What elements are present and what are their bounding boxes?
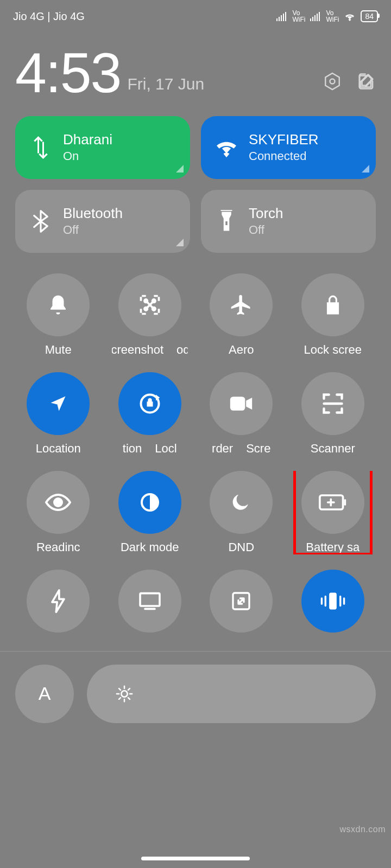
mute-toggle[interactable]: Mute (15, 273, 102, 357)
vibrate-icon (320, 591, 346, 611)
svg-point-8 (54, 499, 62, 506)
airplane-toggle[interactable]: Aero (198, 273, 285, 357)
torch-name: Torch (249, 205, 283, 222)
svg-point-0 (330, 79, 335, 84)
data-arrows-icon (28, 136, 53, 159)
wifi-status: Connected (249, 149, 319, 163)
quick-toggles-row-bottom (0, 560, 391, 652)
float-window-toggle[interactable] (198, 570, 285, 633)
dnd-toggle[interactable]: DND (198, 471, 285, 554)
torch-icon (214, 210, 239, 233)
dark-mode-icon (139, 492, 161, 513)
svg-point-2 (144, 299, 148, 303)
bluetooth-tile[interactable]: Bluetooth Off (15, 190, 190, 253)
float-window-icon (230, 590, 252, 612)
screen-recorder-toggle[interactable]: rderScre (198, 372, 285, 456)
watermark: wsxdn.com (339, 825, 386, 834)
svg-rect-7 (230, 397, 245, 411)
rotation-lock-toggle[interactable]: tionLocl (107, 372, 193, 456)
location-toggle[interactable]: Location (15, 372, 102, 456)
quick-tiles: Dharani On SKYFIBER Connected Bluetooth … (0, 110, 391, 263)
brightness-row: A (0, 652, 391, 736)
screenshot-toggle[interactable]: Screenshotode (107, 273, 193, 357)
bluetooth-icon (28, 210, 53, 233)
cast-toggle[interactable] (107, 570, 193, 633)
vibrate-toggle[interactable] (290, 570, 376, 633)
moon-icon (231, 492, 251, 513)
svg-point-15 (121, 691, 127, 697)
dark-mode-toggle[interactable]: Dark mode (107, 471, 193, 554)
bluetooth-status: Off (63, 223, 123, 237)
wifi-tile[interactable]: SKYFIBER Connected (201, 116, 376, 179)
mobile-data-name: Dharani (63, 131, 112, 148)
brightness-icon (115, 685, 134, 703)
signal2-icon (310, 11, 321, 21)
wifi-name: SKYFIBER (249, 131, 319, 148)
lock-icon (323, 293, 343, 316)
flash-toggle[interactable] (15, 570, 102, 633)
airplane-icon (229, 293, 253, 317)
clock-row: 4:53 Fri, 17 Jun (0, 26, 391, 110)
battery-saver-icon (319, 494, 347, 511)
svg-point-3 (152, 299, 155, 303)
reading-mode-toggle[interactable]: Readinc (15, 471, 102, 554)
status-bar: Jio 4G | Jio 4G VoWiFi VoWiFi 84 (0, 0, 391, 26)
edit-icon[interactable] (356, 72, 376, 93)
battery-indicator: 84 (361, 10, 378, 22)
bell-icon (47, 293, 70, 316)
wifi-icon (214, 138, 239, 157)
vowifi1-icon: VoWiFi (292, 10, 305, 23)
flash-icon (50, 589, 66, 613)
svg-rect-14 (329, 592, 337, 609)
svg-rect-1 (225, 221, 228, 225)
location-icon (48, 394, 68, 413)
rotation-lock-icon (138, 392, 162, 416)
svg-rect-11 (344, 499, 346, 505)
mobile-data-tile[interactable]: Dharani On (15, 116, 190, 179)
lockscreen-toggle[interactable]: Lock scree (290, 273, 376, 357)
carrier-text: Jio 4G | Jio 4G (13, 10, 85, 23)
auto-brightness-button[interactable]: A (15, 665, 74, 723)
settings-icon[interactable] (323, 72, 342, 93)
svg-rect-12 (140, 593, 160, 605)
quick-toggles-grid: Mute Screenshotode Aero Lock scree Locat… (0, 263, 391, 560)
torch-tile[interactable]: Torch Off (201, 190, 376, 253)
vowifi2-icon: VoWiFi (326, 10, 339, 23)
cast-icon (138, 591, 162, 611)
battery-saver-toggle[interactable]: Battery sa (290, 471, 376, 554)
scanner-toggle[interactable]: Scanner (290, 372, 376, 456)
wifi-status-icon (343, 11, 356, 21)
mobile-data-status: On (63, 149, 112, 163)
home-indicator[interactable] (141, 857, 250, 860)
brightness-slider[interactable] (87, 665, 376, 723)
clock-date: Fri, 17 Jun (127, 75, 204, 93)
torch-status: Off (249, 223, 283, 237)
screenshot-icon (138, 293, 162, 317)
clock-time: 4:53 (15, 48, 121, 99)
svg-point-5 (152, 307, 155, 310)
svg-point-4 (144, 307, 148, 310)
bluetooth-name: Bluetooth (63, 205, 123, 222)
eye-icon (45, 493, 71, 512)
status-icons: VoWiFi VoWiFi 84 (276, 10, 378, 23)
video-icon (229, 394, 253, 413)
signal-icon (276, 11, 288, 21)
scanner-icon (321, 392, 345, 416)
